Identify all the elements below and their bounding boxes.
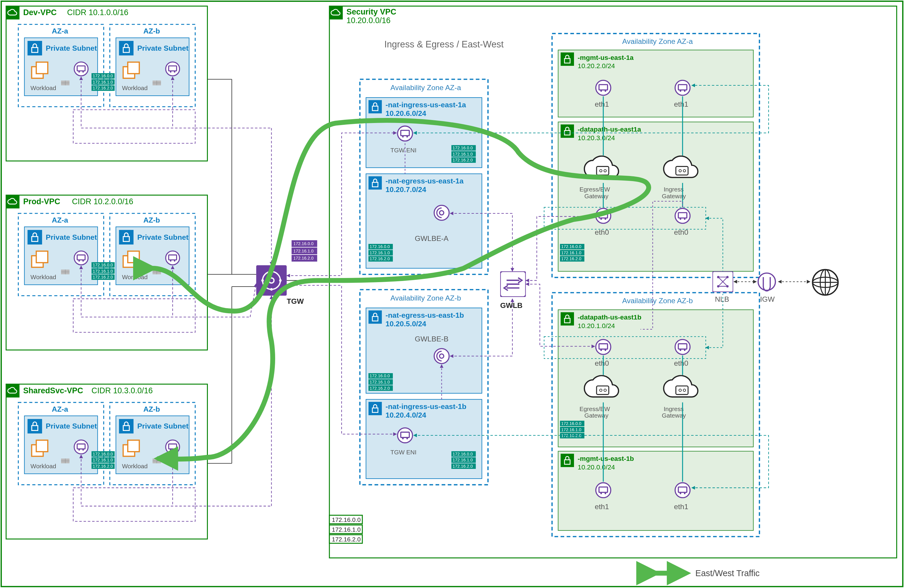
tgw-eni-label: TGW ENI: [390, 449, 417, 456]
lock-icon: [119, 41, 133, 55]
sec-az-b-label: Availability Zone AZ-b: [390, 294, 461, 302]
cloud-icon: [329, 6, 343, 20]
eth1-label: eth1: [674, 100, 688, 108]
endpoint-icon: [434, 348, 449, 363]
datapath-b-name: -datapath-us-east1b: [578, 314, 641, 321]
svg-text:AZ-b: AZ-b: [143, 216, 160, 224]
svg-text:172.16.2.0: 172.16.2.0: [93, 86, 113, 90]
svg-text:172.16.0.0: 172.16.0.0: [453, 452, 473, 456]
svg-rect-49: [73, 110, 195, 143]
eni-icon: [166, 62, 180, 76]
svg-text:172.16.1.0: 172.16.1.0: [93, 269, 113, 274]
svg-text:172.16.2.0: 172.16.2.0: [561, 433, 582, 438]
svg-text:172.16.2.0: 172.16.2.0: [370, 386, 390, 391]
svg-text:172.16.2.0: 172.16.2.0: [453, 158, 473, 162]
lock-icon: [28, 419, 42, 433]
svg-text:172.16.1.0: 172.16.1.0: [561, 251, 582, 255]
eni-icon: [74, 440, 88, 454]
route-table-icon: [61, 80, 70, 85]
svg-text:172.16.0.0: 172.16.0.0: [370, 244, 390, 249]
svg-text:172.16.2.0: 172.16.2.0: [93, 275, 113, 279]
svg-text:172.16.2.0: 172.16.2.0: [93, 464, 113, 468]
datapath-b-cidr: 10.20.1.0/24: [578, 322, 615, 329]
mgmt-b-name: -mgmt-us-east-1b: [578, 455, 634, 462]
az-b-label: AZ-b: [143, 27, 160, 35]
eth0-label: eth0: [674, 359, 688, 367]
igw-label: IGW: [760, 295, 775, 303]
egress-ew-gateway-label: Egress/EWGateway: [579, 405, 610, 419]
legend-label: East/West Traffic: [695, 568, 760, 578]
svg-text:Workload: Workload: [122, 274, 147, 281]
eni-icon: [675, 339, 690, 354]
svg-text:172.16.0.0: 172.16.0.0: [370, 374, 390, 378]
svg-rect-161: [558, 451, 753, 530]
svg-text:Workload: Workload: [30, 463, 56, 470]
svg-text:AZ-a: AZ-a: [52, 216, 68, 224]
dev-vpc-name: Dev-VPC: [23, 8, 57, 17]
lock-icon: [119, 230, 133, 244]
lock-icon: [28, 230, 42, 244]
nat-ingress-a-cidr: 10.20.6.0/24: [386, 109, 426, 117]
sharedsvc-vpc-name: SharedSvc-VPC: [23, 386, 83, 395]
eni-icon: [675, 483, 690, 498]
cloud-icon: [6, 195, 20, 208]
sharedsvc-vpc: SharedSvc-VPC CIDR 10.3.0.0/16 AZ-a Priv…: [6, 384, 207, 539]
nat-egress-b-name: -nat-egress-us-east-1b: [386, 311, 464, 319]
prod-vpc: Prod-VPC CIDR 10.2.0.0/16 AZ-a Private S…: [6, 195, 207, 350]
lock-icon: [561, 52, 574, 66]
svg-text:172.16.0.0: 172.16.0.0: [93, 263, 113, 267]
tgw-eni-label: TGW ENI: [390, 147, 417, 153]
svg-text:172.16.1.0: 172.16.1.0: [453, 152, 473, 156]
nat-egress-a-name: -nat-egress-us-east-1a: [386, 177, 464, 185]
egress-ew-gateway-label: Egress/EWGateway: [579, 186, 610, 199]
eni-icon: [166, 251, 180, 265]
svg-text:172.16.1.0: 172.16.1.0: [561, 427, 582, 432]
eni-icon: [596, 483, 611, 498]
svg-text:172.16.1.0: 172.16.1.0: [332, 526, 360, 533]
eni-icon: [74, 62, 88, 76]
igw-icon: [758, 273, 775, 291]
nat-egress-b-cidr: 10.20.5.0/24: [386, 320, 426, 328]
lock-icon: [368, 177, 382, 190]
eni-icon: [675, 208, 690, 223]
mgmt-a-name: -mgmt-us-east-1a: [578, 54, 634, 61]
lock-icon: [28, 41, 42, 55]
eni-icon: [675, 80, 690, 95]
svg-text:Private Subnet: Private Subnet: [137, 233, 188, 241]
svg-text:Private Subnet: Private Subnet: [46, 233, 97, 241]
eni-icon: [74, 251, 88, 265]
endpoint-icon: [434, 205, 449, 220]
workload-label: Workload: [122, 85, 147, 91]
svg-rect-91: [73, 488, 195, 521]
route-table-icon: [61, 270, 70, 274]
right-az-b-label: Availability Zone AZ-b: [622, 297, 692, 305]
prod-vpc-cidr: CIDR 10.2.0.0/16: [72, 197, 133, 206]
sec-az-a-label: Availability Zone AZ-a: [390, 84, 461, 91]
security-vpc-name: Security VPC: [347, 8, 397, 16]
lock-icon: [561, 125, 574, 138]
lock-icon: [119, 419, 133, 433]
private-subnet-label: Private Subnet: [46, 44, 97, 52]
private-subnet-label: Private Subnet: [137, 44, 188, 52]
gwlb-icon: [500, 271, 526, 297]
eni-icon: [596, 339, 611, 354]
legend: East/West Traffic: [656, 568, 760, 578]
prod-vpc-name: Prod-VPC: [23, 197, 60, 206]
eni-icon: [166, 440, 180, 454]
gwlbe-b-label: GWLBE-B: [415, 335, 449, 343]
svg-text:172.16.2.0: 172.16.2.0: [453, 464, 473, 468]
nat-ingress-b-name: -nat-ingress-us-east-1b: [386, 402, 466, 410]
lock-icon: [368, 310, 382, 324]
nat-ingress-b-cidr: 10.20.4.0/24: [386, 411, 426, 419]
right-az-a-label: Availability Zone AZ-a: [622, 37, 692, 45]
dev-route-tags: 172.16.0.0 172.16.1.0 172.16.2.0: [92, 73, 115, 91]
eni-icon: [596, 80, 611, 95]
svg-text:172.16.0.0: 172.16.0.0: [332, 516, 360, 523]
lock-icon: [561, 454, 574, 467]
svg-text:172.16.1.0: 172.16.1.0: [93, 457, 113, 462]
tgw-label: TGW: [287, 297, 304, 305]
shared-route-tags: 172.16.0.0 172.16.1.0 172.16.2.0: [92, 451, 115, 469]
nat-egress-a-cidr: 10.20.7.0/24: [386, 186, 426, 194]
svg-text:Private Subnet: Private Subnet: [46, 422, 97, 430]
svg-text:172.16.1.0: 172.16.1.0: [93, 80, 113, 85]
